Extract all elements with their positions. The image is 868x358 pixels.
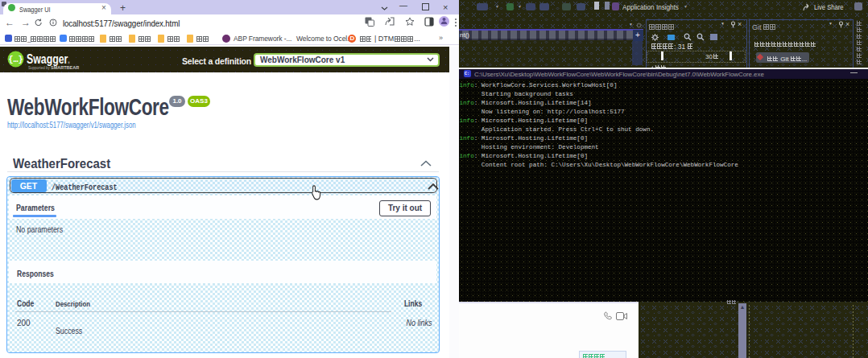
svg-text:{…}: {…} [8, 56, 23, 64]
